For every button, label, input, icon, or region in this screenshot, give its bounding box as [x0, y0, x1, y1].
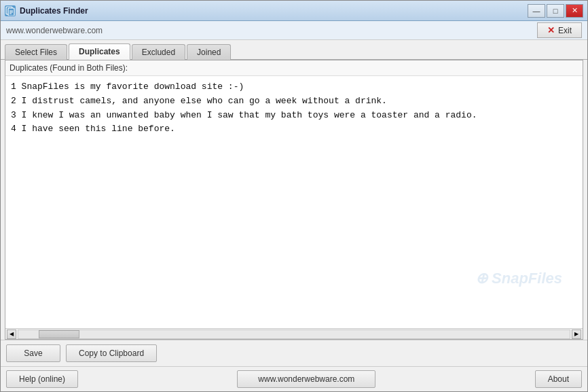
app-icon [5, 5, 16, 16]
tabs-bar: Select Files Duplicates Excluded Joined [1, 40, 587, 60]
exit-icon: ✕ [547, 25, 555, 35]
save-button[interactable]: Save [6, 344, 60, 362]
scrollbar-thumb[interactable] [39, 330, 79, 338]
content-area: Duplicates (Found in Both Files): 1 Snap… [5, 60, 583, 340]
footer-url-container: www.wonderwebware.com [82, 370, 531, 388]
scroll-right-button[interactable]: ▶ [572, 329, 581, 339]
copy-clipboard-button[interactable]: Copy to Clipboard [66, 344, 157, 362]
scroll-left-button[interactable]: ◀ [7, 329, 16, 339]
address-url: www.wonderwebware.com [6, 26, 103, 35]
window-controls: — □ ✕ [528, 4, 583, 18]
minimize-button[interactable]: — [528, 4, 545, 18]
exit-button[interactable]: ✕ Exit [537, 22, 582, 38]
tab-joined[interactable]: Joined [187, 44, 231, 60]
tab-duplicates[interactable]: Duplicates [69, 43, 130, 60]
window-title: Duplicates Finder [20, 6, 528, 16]
website-button[interactable]: www.wonderwebware.com [237, 370, 375, 388]
scrollbar-track[interactable] [18, 329, 570, 339]
exit-label: Exit [558, 26, 572, 35]
title-bar: Duplicates Finder — □ ✕ [1, 1, 587, 21]
tab-select-files[interactable]: Select Files [5, 44, 67, 60]
main-window: Duplicates Finder — □ ✕ www.wonderwebwar… [0, 0, 588, 392]
maximize-button[interactable]: □ [547, 4, 564, 18]
about-button[interactable]: About [535, 370, 582, 388]
footer-bar: Help (online) www.wonderwebware.com Abou… [1, 366, 587, 391]
action-bar: Save Copy to Clipboard [1, 340, 587, 366]
content-header: Duplicates (Found in Both Files): [5, 60, 583, 76]
text-display-container[interactable]: 1 SnapFiles is my favorite download site… [5, 76, 583, 328]
text-display: 1 SnapFiles is my favorite download site… [5, 76, 583, 141]
help-button[interactable]: Help (online) [6, 370, 78, 388]
close-button[interactable]: ✕ [566, 4, 583, 18]
watermark: ⊕ SnapFiles [475, 270, 562, 287]
tab-excluded[interactable]: Excluded [132, 44, 185, 60]
address-bar: www.wonderwebware.com ✕ Exit [1, 21, 587, 40]
horizontal-scrollbar[interactable]: ◀ ▶ [5, 328, 583, 339]
